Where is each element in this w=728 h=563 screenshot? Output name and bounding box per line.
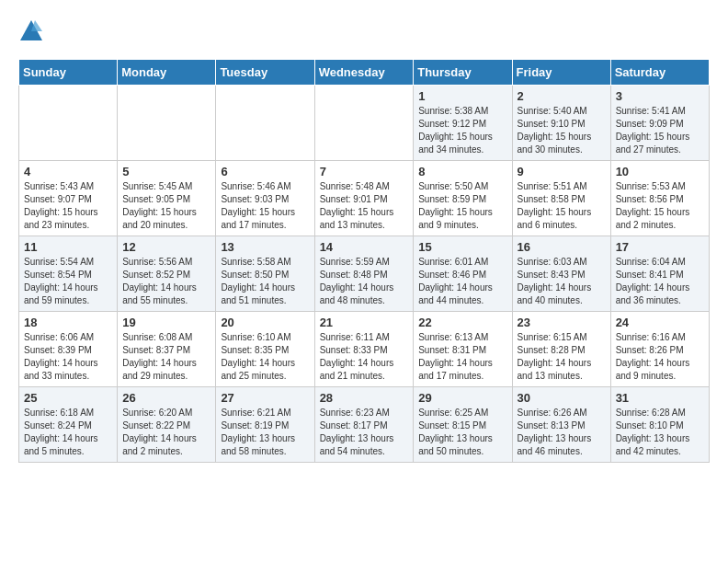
- day-info: Sunrise: 5:50 AM Sunset: 8:59 PM Dayligh…: [418, 180, 506, 232]
- day-number: 14: [320, 240, 409, 254]
- day-info: Sunrise: 6:21 AM Sunset: 8:19 PM Dayligh…: [221, 407, 309, 458]
- day-number: 20: [221, 316, 309, 329]
- calendar-week-row: 25Sunrise: 6:18 AM Sunset: 8:24 PM Dayli…: [19, 387, 710, 463]
- day-number: 26: [122, 391, 210, 405]
- calendar-cell: 24Sunrise: 6:16 AM Sunset: 8:26 PM Dayli…: [610, 312, 709, 387]
- calendar-cell: [19, 86, 118, 161]
- day-info: Sunrise: 6:06 AM Sunset: 8:39 PM Dayligh…: [24, 331, 112, 383]
- day-info: Sunrise: 6:18 AM Sunset: 8:24 PM Dayligh…: [24, 407, 112, 458]
- day-number: 5: [122, 165, 210, 178]
- weekday-header: Saturday: [610, 60, 709, 86]
- day-info: Sunrise: 6:26 AM Sunset: 8:13 PM Dayligh…: [518, 407, 606, 458]
- day-number: 11: [24, 240, 112, 254]
- day-number: 22: [418, 316, 506, 329]
- day-info: Sunrise: 6:28 AM Sunset: 8:10 PM Dayligh…: [616, 407, 704, 458]
- calendar-cell: 30Sunrise: 6:26 AM Sunset: 8:13 PM Dayli…: [512, 387, 610, 463]
- calendar-cell: 15Sunrise: 6:01 AM Sunset: 8:46 PM Dayli…: [414, 236, 512, 312]
- calendar-cell: 13Sunrise: 5:58 AM Sunset: 8:50 PM Dayli…: [216, 236, 314, 312]
- logo-icon: [18, 18, 44, 44]
- calendar-cell: [314, 86, 414, 161]
- day-info: Sunrise: 5:56 AM Sunset: 8:52 PM Dayligh…: [122, 256, 210, 307]
- day-number: 27: [221, 391, 309, 405]
- calendar-cell: 2Sunrise: 5:40 AM Sunset: 9:10 PM Daylig…: [512, 86, 610, 161]
- day-number: 1: [418, 89, 506, 103]
- calendar-cell: 23Sunrise: 6:15 AM Sunset: 8:28 PM Dayli…: [512, 312, 610, 387]
- day-number: 24: [616, 316, 704, 329]
- calendar-cell: 6Sunrise: 5:46 AM Sunset: 9:03 PM Daylig…: [216, 161, 314, 236]
- calendar-cell: 7Sunrise: 5:48 AM Sunset: 9:01 PM Daylig…: [314, 161, 414, 236]
- calendar-cell: 10Sunrise: 5:53 AM Sunset: 8:56 PM Dayli…: [610, 161, 709, 236]
- calendar-week-row: 11Sunrise: 5:54 AM Sunset: 8:54 PM Dayli…: [19, 236, 710, 312]
- day-info: Sunrise: 5:45 AM Sunset: 9:05 PM Dayligh…: [122, 180, 210, 232]
- weekday-header: Wednesday: [314, 60, 414, 86]
- calendar-cell: 26Sunrise: 6:20 AM Sunset: 8:22 PM Dayli…: [118, 387, 216, 463]
- day-number: 9: [518, 165, 606, 178]
- calendar-cell: 12Sunrise: 5:56 AM Sunset: 8:52 PM Dayli…: [118, 236, 216, 312]
- day-number: 18: [24, 316, 112, 329]
- calendar-cell: 4Sunrise: 5:43 AM Sunset: 9:07 PM Daylig…: [19, 161, 118, 236]
- calendar-week-row: 18Sunrise: 6:06 AM Sunset: 8:39 PM Dayli…: [19, 312, 710, 387]
- day-number: 30: [518, 391, 606, 405]
- calendar-cell: 3Sunrise: 5:41 AM Sunset: 9:09 PM Daylig…: [610, 86, 709, 161]
- day-number: 19: [122, 316, 210, 329]
- day-info: Sunrise: 6:01 AM Sunset: 8:46 PM Dayligh…: [418, 256, 506, 307]
- weekday-header: Friday: [512, 60, 610, 86]
- day-info: Sunrise: 6:04 AM Sunset: 8:41 PM Dayligh…: [616, 256, 704, 307]
- day-info: Sunrise: 5:46 AM Sunset: 9:03 PM Dayligh…: [221, 180, 309, 232]
- day-info: Sunrise: 5:53 AM Sunset: 8:56 PM Dayligh…: [616, 180, 704, 232]
- day-number: 7: [320, 165, 409, 178]
- calendar-cell: 28Sunrise: 6:23 AM Sunset: 8:17 PM Dayli…: [314, 387, 414, 463]
- calendar-cell: 20Sunrise: 6:10 AM Sunset: 8:35 PM Dayli…: [216, 312, 314, 387]
- day-info: Sunrise: 5:43 AM Sunset: 9:07 PM Dayligh…: [24, 180, 112, 232]
- calendar-week-row: 1Sunrise: 5:38 AM Sunset: 9:12 PM Daylig…: [19, 86, 710, 161]
- calendar-cell: 5Sunrise: 5:45 AM Sunset: 9:05 PM Daylig…: [118, 161, 216, 236]
- calendar-header-row: SundayMondayTuesdayWednesdayThursdayFrid…: [19, 60, 710, 86]
- day-number: 6: [221, 165, 309, 178]
- calendar-cell: 25Sunrise: 6:18 AM Sunset: 8:24 PM Dayli…: [19, 387, 118, 463]
- calendar-table: SundayMondayTuesdayWednesdayThursdayFrid…: [18, 59, 710, 463]
- calendar-cell: 16Sunrise: 6:03 AM Sunset: 8:43 PM Dayli…: [512, 236, 610, 312]
- calendar-cell: 29Sunrise: 6:25 AM Sunset: 8:15 PM Dayli…: [414, 387, 512, 463]
- logo: [18, 18, 48, 44]
- day-number: 3: [616, 89, 704, 103]
- day-number: 21: [320, 316, 409, 329]
- day-info: Sunrise: 6:10 AM Sunset: 8:35 PM Dayligh…: [221, 331, 309, 383]
- day-number: 17: [616, 240, 704, 254]
- calendar-cell: 17Sunrise: 6:04 AM Sunset: 8:41 PM Dayli…: [610, 236, 709, 312]
- day-info: Sunrise: 5:41 AM Sunset: 9:09 PM Dayligh…: [616, 105, 704, 156]
- calendar-cell: 31Sunrise: 6:28 AM Sunset: 8:10 PM Dayli…: [610, 387, 709, 463]
- day-number: 10: [616, 165, 704, 178]
- day-info: Sunrise: 6:23 AM Sunset: 8:17 PM Dayligh…: [320, 407, 409, 458]
- day-info: Sunrise: 5:38 AM Sunset: 9:12 PM Dayligh…: [418, 105, 506, 156]
- day-number: 29: [418, 391, 506, 405]
- day-info: Sunrise: 5:58 AM Sunset: 8:50 PM Dayligh…: [221, 256, 309, 307]
- calendar-cell: 11Sunrise: 5:54 AM Sunset: 8:54 PM Dayli…: [19, 236, 118, 312]
- calendar-cell: 27Sunrise: 6:21 AM Sunset: 8:19 PM Dayli…: [216, 387, 314, 463]
- day-number: 31: [616, 391, 704, 405]
- calendar-cell: 22Sunrise: 6:13 AM Sunset: 8:31 PM Dayli…: [414, 312, 512, 387]
- weekday-header: Thursday: [414, 60, 512, 86]
- day-info: Sunrise: 6:25 AM Sunset: 8:15 PM Dayligh…: [418, 407, 506, 458]
- day-number: 28: [320, 391, 409, 405]
- calendar-cell: 14Sunrise: 5:59 AM Sunset: 8:48 PM Dayli…: [314, 236, 414, 312]
- weekday-header: Monday: [118, 60, 216, 86]
- day-info: Sunrise: 5:48 AM Sunset: 9:01 PM Dayligh…: [320, 180, 409, 232]
- calendar-cell: [118, 86, 216, 161]
- day-info: Sunrise: 6:11 AM Sunset: 8:33 PM Dayligh…: [320, 331, 409, 383]
- calendar-cell: 18Sunrise: 6:06 AM Sunset: 8:39 PM Dayli…: [19, 312, 118, 387]
- day-info: Sunrise: 5:51 AM Sunset: 8:58 PM Dayligh…: [518, 180, 606, 232]
- day-info: Sunrise: 5:54 AM Sunset: 8:54 PM Dayligh…: [24, 256, 112, 307]
- calendar-week-row: 4Sunrise: 5:43 AM Sunset: 9:07 PM Daylig…: [19, 161, 710, 236]
- day-number: 4: [24, 165, 112, 178]
- day-number: 25: [24, 391, 112, 405]
- day-number: 2: [518, 89, 606, 103]
- day-number: 16: [518, 240, 606, 254]
- calendar-cell: 19Sunrise: 6:08 AM Sunset: 8:37 PM Dayli…: [118, 312, 216, 387]
- day-number: 13: [221, 240, 309, 254]
- day-info: Sunrise: 6:16 AM Sunset: 8:26 PM Dayligh…: [616, 331, 704, 383]
- day-number: 23: [518, 316, 606, 329]
- weekday-header: Sunday: [19, 60, 118, 86]
- day-number: 15: [418, 240, 506, 254]
- day-info: Sunrise: 6:13 AM Sunset: 8:31 PM Dayligh…: [418, 331, 506, 383]
- day-number: 12: [122, 240, 210, 254]
